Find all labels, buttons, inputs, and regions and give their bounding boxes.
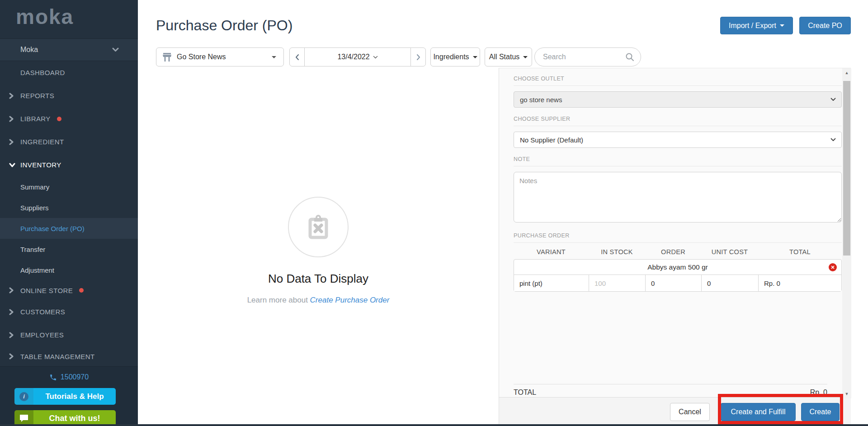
col-variant: VARIANT [514,248,589,256]
row-total-cell: Rp. 0 [759,275,841,291]
moka-logo: moka [16,5,74,29]
chat-with-us-button[interactable]: Chat with us! [14,410,116,426]
total-label: TOTAL [514,388,536,397]
sidebar: moka Moka DASHBOARD REPORTS LIBRARY I [0,0,138,426]
scrollbar-thumb[interactable] [843,81,850,256]
order-cell [646,275,702,291]
supplier-select[interactable]: No Supplier (Default) [514,132,842,148]
po-table-headers: VARIANT IN STOCK ORDER UNIT COST TOTAL [514,248,842,256]
sidebar-item-dashboard[interactable]: DASHBOARD [0,61,138,84]
panel-scrollbar[interactable]: ▲ ▼ [842,68,851,398]
col-unit-cost: UNIT COST [701,248,758,256]
chevron-right-icon [9,332,14,338]
chevron-down-icon [112,47,119,52]
col-in-stock: IN STOCK [589,248,645,256]
in-stock-cell [589,275,646,291]
po-item-group-row: Abbys ayam 500 gr ✕ [514,260,841,275]
purchase-order-label: PURCHASE ORDER [514,232,842,239]
purchase-order-page: moka Moka DASHBOARD REPORTS LIBRARY I [0,0,868,426]
outlet-value: Go Store News [177,53,226,61]
sidebar-item-suppliers[interactable]: Suppliers [0,197,138,218]
business-name: Moka [20,46,38,54]
sidebar-item-purchase-order[interactable]: Purchase Order (PO) [0,218,138,239]
scroll-up-arrow[interactable]: ▲ [842,69,851,76]
caret-down-icon [473,56,477,58]
create-po-panel: CHOOSE OUTLET go store news CHOOSE SUPPL… [499,68,851,426]
po-variant-row: pint (pt) Rp. 0 [514,275,841,291]
create-purchase-order-link[interactable]: Create Purchase Order [310,296,390,304]
sidebar-item-employees[interactable]: EMPLOYEES [0,323,138,346]
sidebar-item-ingredient[interactable]: INGREDIENT [0,130,138,153]
in-stock-input[interactable] [594,279,645,287]
variant-cell: pint (pt) [514,275,589,291]
chevron-down-icon [9,163,15,167]
date-value: 13/4/2022 [337,53,369,61]
scroll-down-arrow[interactable]: ▼ [842,390,851,398]
sidebar-item-online-store[interactable]: ONLINE STORE [0,280,138,300]
chevron-down-icon [830,138,836,142]
date-prev-button[interactable] [290,48,304,66]
sidebar-bottom: 1500970 i Tutorials & Help Chat with us! [0,366,138,426]
chevron-down-icon [830,98,836,101]
support-phone[interactable]: 1500970 [0,373,138,381]
status-dropdown[interactable]: All Status [485,47,532,66]
create-and-fulfill-button[interactable]: Create and Fulfill [721,403,796,421]
sidebar-item-customers[interactable]: CUSTOMERS [0,300,138,323]
unit-cost-cell [702,275,759,291]
search-container [534,47,641,66]
chevron-right-icon [9,139,14,145]
sidebar-item-reports[interactable]: REPORTS [0,84,138,107]
po-total-row: TOTAL Rp. 0 [514,384,827,397]
order-input[interactable] [651,279,701,287]
notification-dot [79,288,84,293]
choose-supplier-label: CHOOSE SUPPLIER [514,116,842,122]
date-picker[interactable]: 13/4/2022 [304,48,411,66]
po-table: Abbys ayam 500 gr ✕ pint (pt) Rp. 0 [514,259,842,292]
chevron-right-icon [9,287,14,293]
phone-icon [49,374,57,381]
store-icon [162,53,172,62]
unit-cost-input[interactable] [707,279,758,287]
col-total: TOTAL [758,248,842,256]
empty-state-subtitle: Learn more about Create Purchase Order [138,296,499,305]
create-po-button[interactable]: Create PO [799,17,851,34]
chevron-down-icon [373,56,378,59]
sidebar-item-transfer[interactable]: Transfer [0,239,138,260]
chat-bubble-icon [14,410,33,426]
cancel-button[interactable]: Cancel [670,403,710,421]
empty-state: No Data To Display Learn more about Crea… [138,68,499,305]
import-export-button[interactable]: Import / Export [720,17,793,34]
status-value: All Status [489,53,520,61]
chevron-right-icon [9,93,14,99]
search-input[interactable] [543,53,615,61]
note-label: NOTE [514,156,842,162]
panel-footer: Cancel Create and Fulfill Create [499,397,851,426]
notes-textarea[interactable] [514,172,842,222]
outlet-select[interactable]: go store news [514,91,842,108]
business-switcher[interactable]: Moka [0,38,138,61]
remove-item-icon[interactable]: ✕ [829,263,837,271]
caret-down-icon [780,24,784,27]
outlet-dropdown[interactable]: Go Store News [156,47,284,66]
sidebar-item-library[interactable]: LIBRARY [0,107,138,130]
sidebar-item-summary[interactable]: Summary [0,176,138,197]
col-order: ORDER [645,248,701,256]
chevron-right-icon [9,116,14,122]
sidebar-item-adjustment[interactable]: Adjustment [0,260,138,280]
caret-down-icon [523,56,528,58]
create-button[interactable]: Create [801,403,840,421]
total-value: Rp. 0 [810,388,827,397]
date-navigator: 13/4/2022 [289,47,426,66]
sidebar-nav: DASHBOARD REPORTS LIBRARY INGREDIENT INV… [0,61,138,366]
date-next-button[interactable] [411,48,425,66]
chevron-right-icon [9,309,14,315]
sidebar-item-inventory[interactable]: INVENTORY [0,153,138,176]
search-icon[interactable] [625,52,634,62]
no-data-clipboard-icon [288,197,349,257]
item-name: Abbys ayam 500 gr [647,263,708,271]
bottom-edge-strip [0,424,868,426]
sidebar-item-table-management[interactable]: TABLE MANAGEMENT [0,346,138,366]
category-dropdown[interactable]: Ingredients [430,47,480,66]
phone-number: 1500970 [61,373,89,381]
tutorials-help-button[interactable]: i Tutorials & Help [14,388,116,405]
